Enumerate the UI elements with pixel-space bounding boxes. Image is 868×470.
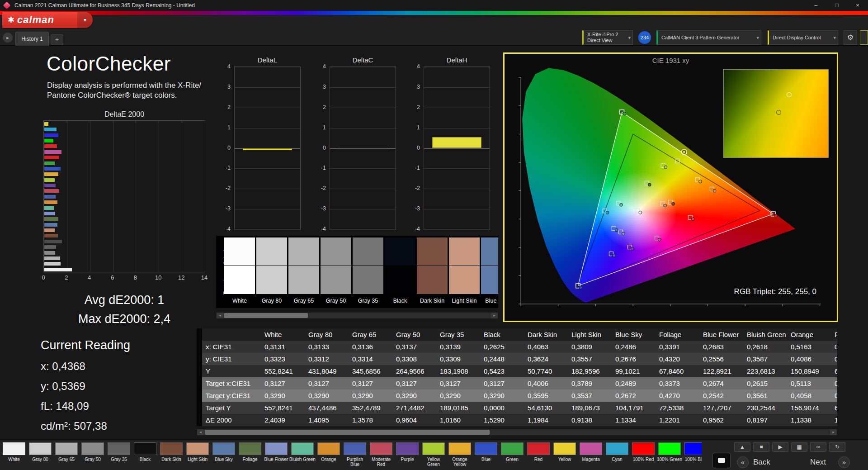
pattern-window-button[interactable] <box>712 453 731 468</box>
delta-gridline <box>330 168 396 169</box>
patch-chip-moderate-red[interactable] <box>370 442 392 455</box>
table-cell: 1,4095 <box>305 414 349 426</box>
deltae-tick-label: 0 <box>37 274 50 281</box>
scroll-left-arrow[interactable]: ◂ <box>197 429 204 435</box>
patch-chip-orange-yellow[interactable] <box>448 442 471 455</box>
continuous-measure-button[interactable]: ∞ <box>810 442 826 452</box>
table-left-strip <box>197 328 202 426</box>
table-cell: 189,0185 <box>436 402 480 414</box>
table-row-label: ΔE 2000 <box>202 414 261 426</box>
patch-chip-blue[interactable] <box>475 442 497 455</box>
swatch-label: Black <box>385 296 415 306</box>
patch-chip-bluish-green[interactable] <box>291 442 314 455</box>
scroll-right-arrow[interactable]: ▸ <box>830 429 837 435</box>
patch-chip-blue-sky[interactable] <box>212 442 235 455</box>
patch-chip-black[interactable] <box>134 442 156 455</box>
patch-chip-orange[interactable] <box>317 442 340 455</box>
save-button[interactable]: ▦ <box>791 442 807 452</box>
tab-history-1[interactable]: History 1 <box>15 32 49 46</box>
delta-h-title: DeltaH <box>424 56 490 64</box>
deltae-bar-light-skin <box>44 228 55 232</box>
add-tab-button[interactable]: + <box>51 34 63 45</box>
swatch-strip-scrollbar[interactable]: ◂▸ <box>216 312 498 319</box>
patch-chip-yellow-green[interactable] <box>422 442 445 455</box>
deltae-gridline <box>67 121 67 272</box>
patch-chip-dark-skin[interactable] <box>160 442 183 455</box>
deltae-bar-blue-flower <box>44 212 55 215</box>
patch-chip-red[interactable] <box>527 442 550 455</box>
display-control-dropdown[interactable]: Direct Display Control ▾ <box>768 30 838 45</box>
table-cell: 183,1908 <box>436 365 480 377</box>
patch-chip-label: Blue Flower <box>263 457 289 468</box>
calman-logo-menu[interactable]: ✱ calman ▾ <box>2 12 93 28</box>
table-row: Y552,8241431,8049345,6856264,9566183,190… <box>202 365 837 378</box>
partial-settings-button[interactable] <box>860 30 868 45</box>
description-line-1: Display analysis is performed with the X… <box>47 81 201 90</box>
pattern-generator-dropdown[interactable]: CalMAN Client 3 Pattern Generator ▾ <box>656 30 761 45</box>
patch-chip-gray-80[interactable] <box>29 442 52 455</box>
delta-tick-label: -3 <box>312 205 326 212</box>
delta-tick-label: 1 <box>406 124 420 131</box>
patch-chip-label: Purple <box>394 457 420 468</box>
scrollbar-thumb[interactable] <box>205 430 490 435</box>
table-cell: 182,9596 <box>568 365 612 377</box>
back-chevron-icon[interactable]: « <box>737 456 749 468</box>
patch-chip-label: Bluish Green <box>289 457 316 468</box>
minimize-button[interactable]: – <box>806 0 826 11</box>
patch-chip-100-red[interactable] <box>632 442 655 455</box>
table-cell: 0,1 <box>831 353 837 365</box>
table-cell: 1,0160 <box>436 414 480 426</box>
scroll-up-button[interactable]: ▲ <box>734 442 750 452</box>
patch-chip-cyan[interactable] <box>606 442 628 455</box>
play-button[interactable]: ▶ <box>772 442 788 452</box>
patch-chip-purple[interactable] <box>396 442 419 455</box>
patch-chip-100-blue[interactable] <box>684 442 702 455</box>
table-cell: 0,2486 <box>612 341 656 353</box>
stop-button[interactable]: ■ <box>753 442 769 452</box>
table-row: Target y:CIE310,32900,32900,32900,32900,… <box>202 389 837 402</box>
next-chevron-icon[interactable]: » <box>838 456 850 468</box>
deltae-bar-gray-65 <box>44 256 60 260</box>
table-cell: 0,9562 <box>699 414 743 426</box>
delta-tick-label: -1 <box>217 165 231 171</box>
meter-dropdown[interactable]: X-Rite i1Pro 2 Direct View ▾ <box>582 30 633 45</box>
delta-gridline <box>424 168 490 169</box>
tab-scroll-button[interactable]: ▸ <box>3 33 13 43</box>
patch-chip-100-green[interactable] <box>658 442 681 455</box>
swatch-actual-gray-35 <box>353 237 383 266</box>
swatch-label: White <box>224 296 255 306</box>
delta-gridline <box>424 189 490 189</box>
patch-chip-yellow[interactable] <box>553 442 576 455</box>
patch-chip-blue-flower[interactable] <box>265 442 288 455</box>
scroll-left-arrow[interactable]: ◂ <box>217 313 223 318</box>
swatch-label: Gray 80 <box>256 296 287 306</box>
close-button[interactable]: × <box>847 0 868 11</box>
table-scrollbar[interactable]: ◂▸ <box>197 429 837 436</box>
maximize-button[interactable]: □ <box>826 0 847 11</box>
patch-chip-purplish-blue[interactable] <box>344 442 366 455</box>
gear-icon[interactable]: ⚙ <box>844 30 857 45</box>
back-button[interactable]: Back <box>753 456 770 468</box>
delta-tick-label: -4 <box>312 226 326 232</box>
patch-chip-gray-65[interactable] <box>55 442 78 455</box>
reset-button[interactable]: ↻ <box>829 442 845 452</box>
next-button[interactable]: Next <box>810 456 826 468</box>
patch-chip-white[interactable] <box>3 442 25 455</box>
scroll-right-arrow[interactable]: ▸ <box>491 313 498 318</box>
table-cell: 264,9566 <box>392 365 436 377</box>
deltae-bar-gray-35 <box>44 245 56 249</box>
patch-chip-light-skin[interactable] <box>186 442 209 455</box>
patch-chip-foliage[interactable] <box>239 442 261 455</box>
deltae-tick-label: 6 <box>106 274 119 281</box>
table-cell: 0,9604 <box>392 414 436 426</box>
delta-gridline <box>235 189 300 189</box>
patch-chip-magenta[interactable] <box>580 442 602 455</box>
swatch-target-gray-35 <box>353 266 383 294</box>
patch-chip-gray-35[interactable] <box>108 442 130 455</box>
table-cell: 122,8921 <box>699 365 743 377</box>
scrollbar-thumb[interactable] <box>224 313 308 318</box>
patch-chip-label: Magenta <box>578 457 604 468</box>
chevron-down-icon: ▾ <box>756 35 759 41</box>
patch-chip-gray-50[interactable] <box>81 442 104 455</box>
patch-chip-green[interactable] <box>501 442 524 455</box>
